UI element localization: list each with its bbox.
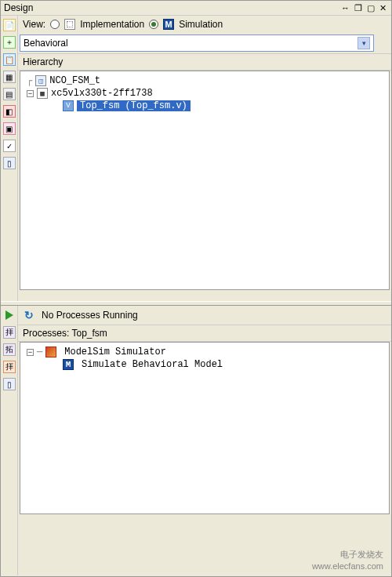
dropdown-value: Behavioral: [24, 38, 68, 49]
new-source-icon[interactable]: 📄: [3, 19, 16, 31]
process-group-name: ModelSim Simulator: [64, 347, 166, 357]
process-group-row[interactable]: − ─ ModelSim Simulator: [24, 346, 386, 358]
library-icon[interactable]: 📋: [3, 53, 16, 66]
simulation-icon: M: [163, 19, 174, 30]
device-expand-handle[interactable]: −: [27, 90, 34, 97]
proc-icon-2[interactable]: 拓: [3, 343, 16, 356]
window-controls: ↔ ❐ ▢ ✕: [339, 3, 388, 13]
restore-button[interactable]: ❐: [353, 3, 364, 13]
implementation-label[interactable]: Implementation: [80, 19, 144, 30]
processes-target: Top_fsm: [71, 328, 107, 339]
refresh-icon[interactable]: ↻: [23, 309, 35, 321]
process-status-row: ↻ No Processes Running: [18, 306, 391, 325]
run-icon[interactable]: [3, 309, 16, 321]
simulation-label[interactable]: Simulation: [179, 19, 223, 30]
group-expand-handle[interactable]: −: [27, 349, 34, 356]
project-icon: ◫: [35, 75, 46, 86]
implementation-icon: [64, 19, 75, 30]
hierarchy-sidebar: 📄 ＋ 📋 ▦ ▤ ◧ ▣ ✓ ▯: [1, 16, 18, 301]
verilog-icon: V: [63, 100, 74, 111]
device-icon: ▦: [37, 88, 48, 99]
simulation-type-dropdown[interactable]: Behavioral ▾: [20, 34, 374, 52]
module-name: Top_fsm (Top_fsm.v): [77, 100, 191, 111]
panel-title: Design: [4, 2, 33, 13]
view-label: View:: [23, 19, 45, 30]
view-selector-row: View: Implementation M Simulation: [18, 16, 391, 33]
chip-sidebar-icon[interactable]: ▦: [3, 71, 16, 83]
close-button[interactable]: ✕: [378, 3, 388, 13]
hierarchy-tree[interactable]: ┌ ◫ NCO_FSM_t − ▦ xc5vlx330t-2ff1738 V T…: [20, 71, 390, 290]
design-panel: Design ↔ ❐ ▢ ✕ 📄 ＋ 📋 ▦ ▤ ◧ ▣ ✓ ▯: [0, 0, 392, 577]
processes-header: Processes: Top_fsm: [18, 325, 391, 342]
watermark: 电子发烧友 www.elecfans.com: [312, 549, 383, 572]
tree-module-row[interactable]: V Top_fsm (Top_fsm.v): [24, 100, 386, 112]
move-button[interactable]: ↔: [339, 3, 351, 13]
hierarchy-header: Hierarchy: [18, 53, 391, 71]
processes-sidebar: 拝 拓 拝 ▯: [1, 306, 18, 575]
processes-tree[interactable]: − ─ ModelSim Simulator M Simulate Behavi…: [20, 342, 390, 514]
device-name: xc5vlx330t-2ff1738: [51, 88, 153, 99]
check-sidebar-icon[interactable]: ✓: [3, 140, 16, 152]
layout-sidebar-icon[interactable]: ▯: [3, 157, 16, 169]
simulation-radio[interactable]: [149, 20, 158, 29]
process-item-row[interactable]: M Simulate Behavioral Model: [24, 358, 386, 371]
proc-layout-icon[interactable]: ▯: [3, 378, 16, 390]
project-name: NCO_FSM_t: [49, 75, 100, 86]
chevron-down-icon: ▾: [358, 37, 370, 49]
status-text: No Processes Running: [42, 310, 138, 321]
implementation-radio[interactable]: [50, 20, 60, 29]
panel-titlebar: Design ↔ ❐ ▢ ✕: [1, 1, 391, 16]
pink-sidebar-icon[interactable]: ▣: [3, 122, 16, 135]
proc-icon-1[interactable]: 拝: [3, 326, 16, 339]
red-sidebar-icon[interactable]: ◧: [3, 105, 16, 118]
grid-sidebar-icon[interactable]: ▤: [3, 88, 16, 100]
main-layout: 📄 ＋ 📋 ▦ ▤ ◧ ▣ ✓ ▯ View: Implementation: [1, 16, 391, 575]
maximize-button[interactable]: ▢: [365, 3, 376, 13]
add-source-icon[interactable]: ＋: [3, 36, 16, 49]
modelsim-tool-icon: [45, 347, 56, 357]
process-item-name: Simulate Behavioral Model: [82, 359, 223, 370]
tree-project-row[interactable]: ┌ ◫ NCO_FSM_t: [24, 74, 386, 87]
modelsim-m-icon: M: [63, 359, 74, 370]
tree-device-row[interactable]: − ▦ xc5vlx330t-2ff1738: [24, 87, 386, 100]
proc-icon-3[interactable]: 拝: [3, 361, 16, 373]
